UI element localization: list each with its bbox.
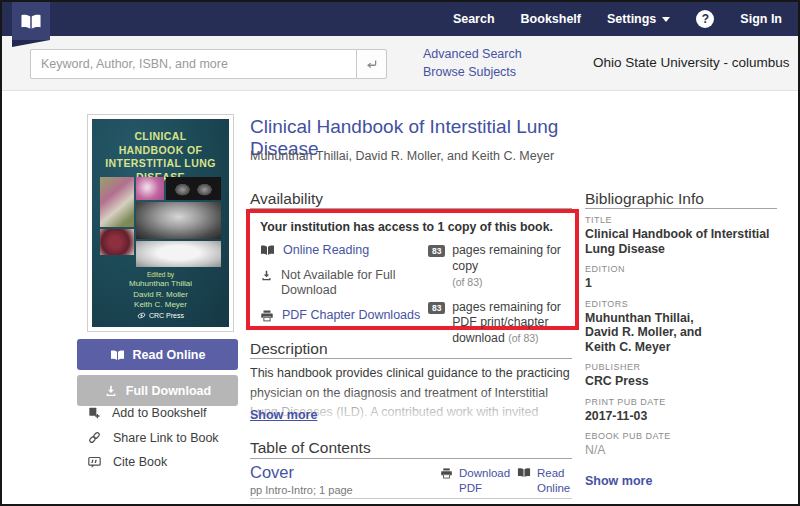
full-download-button[interactable]: Full Download [77, 375, 238, 406]
toc-read-online-link[interactable]: Read Online [517, 466, 575, 496]
cover-editors: Edited by Muhunthan Thillai David R. Mol… [92, 271, 229, 311]
cover-ct-scan-image [166, 177, 221, 200]
advanced-search-link[interactable]: Advanced Search [423, 46, 522, 64]
cover-edited-by: Edited by [92, 271, 229, 278]
pages-badge: 83 [428, 245, 445, 257]
biblio-field-value: 1 [585, 276, 777, 291]
search-submit-button[interactable] [356, 49, 387, 79]
cover-editor: David R. Moller [92, 290, 229, 301]
proquest-logo[interactable] [12, 2, 50, 40]
link-icon [87, 430, 102, 445]
pages-badge: 83 [428, 302, 445, 314]
printer-pdf-icon [440, 467, 453, 480]
biblio-field-print-pub-date: PRINT PUB DATE 2017-11-03 [585, 397, 777, 424]
toc-rule [250, 458, 572, 459]
pdf-chapter-downloads-link[interactable]: PDF Chapter Downloads [260, 308, 428, 324]
biblio-field-value: Muhunthan Thillai, David R. Moller, and … [585, 311, 717, 355]
biblio-heading: Bibliographic Info [585, 190, 777, 208]
nav-sign-in[interactable]: Sign In [740, 12, 782, 26]
availability-note: Your institution has access to 1 copy of… [260, 220, 565, 234]
biblio-field-label: PUBLISHER [585, 362, 777, 372]
share-link-label: Share Link to Book [113, 431, 219, 445]
chevron-down-icon [662, 17, 670, 22]
search-input[interactable] [30, 49, 356, 79]
publisher-name: CRC Press [149, 312, 184, 319]
printer-pdf-icon [260, 309, 274, 323]
annotation-highlight-box: Your institution has access to 1 copy of… [246, 209, 579, 330]
open-book-icon [260, 244, 275, 256]
cover-histology-image [100, 177, 134, 227]
add-to-bookshelf-label: Add to Bookshelf [112, 406, 207, 420]
nav-bookshelf-label: Bookshelf [521, 12, 581, 26]
open-book-icon [20, 13, 42, 30]
cover-histology-image [100, 229, 134, 255]
nav-sign-in-label: Sign In [740, 12, 782, 26]
description-rule [250, 358, 572, 359]
share-link-button[interactable]: Share Link to Book [87, 430, 247, 446]
nav-settings[interactable]: Settings [607, 12, 670, 26]
read-online-label: Read Online [133, 348, 206, 362]
biblio-fields: TITLE Clinical Handbook of Interstitial … [585, 215, 777, 489]
book-cover: CLINICAL HANDBOOK OF INTERSTITIAL LUNG D… [87, 114, 234, 332]
download-icon [260, 269, 273, 282]
book-cover-art: CLINICAL HANDBOOK OF INTERSTITIAL LUNG D… [92, 119, 229, 327]
cover-editor: Keith C. Meyer [92, 300, 229, 311]
cite-book-button[interactable]: Cite Book [87, 454, 247, 470]
copy-pages-total: (of 83) [452, 275, 565, 291]
quote-bubble-icon [87, 455, 102, 470]
cover-editor: Muhunthan Thillai [92, 279, 229, 290]
read-online-button[interactable]: Read Online [77, 339, 238, 370]
pdf-chapter-downloads-label: PDF Chapter Downloads [282, 308, 420, 324]
biblio-field-label: EBOOK PUB DATE [585, 431, 777, 441]
biblio-rule [585, 208, 777, 209]
toc-download-pdf-label: Download PDF [459, 466, 516, 496]
full-download-unavailable: Not Available for Full Download [260, 268, 428, 299]
full-download-label: Full Download [126, 384, 211, 398]
availability-heading: Availability [250, 190, 572, 208]
biblio-field-title: TITLE Clinical Handbook of Interstitial … [585, 215, 777, 256]
crc-swoosh-icon [137, 311, 146, 320]
browse-subjects-link[interactable]: Browse Subjects [423, 64, 522, 82]
biblio-field-value: Clinical Handbook of Interstitial Lung D… [585, 227, 777, 256]
nav-search-label: Search [453, 12, 495, 26]
nav-search[interactable]: Search [453, 12, 495, 26]
toc-chapter-link[interactable]: Cover [250, 463, 294, 482]
biblio-field-ebook-pub-date: EBOOK PUB DATE N/A [585, 431, 777, 458]
toc-download-pdf-link[interactable]: Download PDF [440, 466, 516, 496]
cover-histology-image [136, 177, 164, 200]
biblio-field-label: TITLE [585, 215, 777, 225]
help-icon[interactable]: ? [696, 10, 714, 28]
cover-image-collage [100, 177, 221, 267]
biblio-field-label: EDITORS [585, 299, 777, 309]
biblio-field-editors: EDITORS Muhunthan Thillai, David R. Moll… [585, 299, 777, 355]
open-book-icon [517, 467, 531, 478]
cite-book-label: Cite Book [113, 455, 167, 469]
cover-ct-scan-image [136, 241, 221, 267]
nav-bookshelf[interactable]: Bookshelf [521, 12, 581, 26]
top-header-bar: Search Bookshelf Settings ? Sign In [2, 2, 798, 36]
page: Search Bookshelf Settings ? Sign In ProQ… [0, 0, 800, 506]
pdf-pages-text: pages remaining for PDF print/chapter do… [452, 300, 561, 345]
full-download-unavailable-label: Not Available for Full Download [281, 268, 428, 299]
biblio-show-more-link[interactable]: Show more [585, 474, 652, 488]
publisher-logo: CRC Press [92, 311, 229, 320]
biblio-field-edition: EDITION 1 [585, 264, 777, 291]
biblio-field-value: 2017-11-03 [585, 409, 777, 424]
copy-pages-text: pages remaining for copy [452, 243, 561, 273]
bookshelf-add-icon [87, 406, 101, 420]
description-show-more-link[interactable]: Show more [250, 408, 317, 422]
add-to-bookshelf-button[interactable]: Add to Bookshelf [87, 405, 247, 421]
online-reading-link[interactable]: Online Reading [260, 243, 428, 259]
biblio-field-publisher: PUBLISHER CRC Press [585, 362, 777, 389]
download-icon [104, 384, 118, 398]
toc-read-online-label: Read Online [537, 466, 575, 496]
cover-title: CLINICAL HANDBOOK OF INTERSTITIAL LUNG D… [92, 130, 229, 184]
description-heading: Description [250, 340, 572, 358]
online-reading-label: Online Reading [283, 243, 369, 259]
toc-chapter-meta: pp Intro-Intro; 1 page [250, 484, 353, 496]
help-glyph: ? [702, 12, 709, 26]
biblio-field-value: N/A [585, 443, 777, 458]
institution-name: Ohio State University - columbus [593, 55, 790, 70]
search-strip: Advanced Search Browse Subjects Ohio Sta… [2, 36, 798, 91]
biblio-field-value: CRC Press [585, 374, 777, 389]
